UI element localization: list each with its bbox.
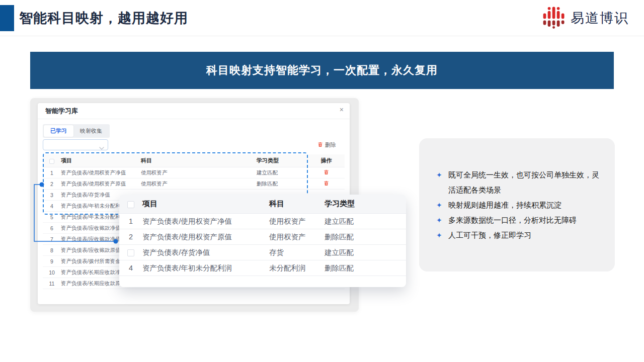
popup-row: 2 资产负债表/使用权资产原值 使用权资产 删除匹配 bbox=[119, 229, 406, 245]
trash-icon[interactable] bbox=[324, 180, 329, 187]
logo-text: 易道博识 bbox=[571, 9, 629, 27]
table-header-row: 项目 科目 学习类型 操作 bbox=[43, 154, 345, 167]
chevron-down-icon bbox=[99, 143, 104, 152]
close-icon[interactable]: × bbox=[340, 106, 344, 113]
divider bbox=[38, 119, 350, 119]
popup-row: 4 资产负债表/年初未分配利润 未分配利润 删除匹配 bbox=[119, 260, 406, 276]
company-logo: 易道博识 bbox=[542, 5, 629, 31]
col-type: 学习类型 bbox=[325, 199, 406, 209]
logo-icon bbox=[542, 6, 566, 31]
star-icon: ✦ bbox=[436, 228, 448, 243]
col-action: 操作 bbox=[308, 157, 345, 164]
popup-header-row: 项目 科目 学习类型 bbox=[119, 195, 406, 214]
col-item: 项目 bbox=[142, 199, 269, 209]
trash-icon bbox=[317, 142, 323, 148]
zoomed-table-popup: 项目 科目 学习类型 1 资产负债表/使用权资产净值 使用权资产 建立匹配 2 … bbox=[119, 195, 406, 287]
page-title: 智能科目映射，越用越好用 bbox=[19, 0, 188, 36]
table-row: 2 资产负债表/使用权资产原值 使用权资产 删除匹配 bbox=[43, 178, 345, 190]
star-icon: ✦ bbox=[436, 213, 448, 228]
title-accent-block bbox=[0, 5, 14, 31]
dialog-tabbar: 已学习 映射收集 bbox=[43, 124, 110, 138]
trash-icon[interactable] bbox=[324, 169, 329, 176]
feature-bullet: ✦ 多来源数据统一口径，分析对比无障碍 bbox=[436, 213, 601, 228]
feature-panel: ✦ 既可全局统一生效，也可按公司单独生效，灵活适配各类场景 ✦ 映射规则越用越准… bbox=[419, 138, 615, 272]
col-item: 项目 bbox=[61, 157, 141, 164]
dialog-title: 智能学习库 bbox=[45, 107, 78, 116]
page: 智能科目映射，越用越好用 bbox=[0, 0, 644, 362]
delete-label: 删除 bbox=[325, 141, 336, 149]
row-checkbox[interactable] bbox=[127, 249, 134, 256]
filter-select[interactable] bbox=[43, 139, 108, 150]
star-icon: ✦ bbox=[436, 167, 448, 183]
feature-bullet: ✦ 人工可干预，修正即学习 bbox=[436, 228, 601, 243]
tab-mapping-collect[interactable]: 映射收集 bbox=[73, 125, 109, 137]
popup-row: 资产负债表/存货净值 存货 建立匹配 bbox=[119, 245, 406, 260]
col-type: 学习类型 bbox=[257, 157, 308, 164]
tab-learned[interactable]: 已学习 bbox=[44, 125, 73, 137]
feature-bullet: ✦ 映射规则越用越准，持续积累沉淀 bbox=[436, 198, 601, 213]
delete-button[interactable]: 删除 bbox=[317, 141, 336, 149]
col-subject: 科目 bbox=[269, 199, 325, 209]
select-all-checkbox[interactable] bbox=[127, 201, 134, 208]
page-header: 智能科目映射，越用越好用 bbox=[0, 0, 644, 36]
table-row: 1 资产负债表/使用权资产净值 使用权资产 建立匹配 bbox=[43, 167, 345, 178]
feature-bullet: ✦ 既可全局统一生效，也可按公司单独生效，灵活适配各类场景 bbox=[436, 167, 601, 198]
select-all-checkbox[interactable] bbox=[49, 159, 54, 164]
popup-row: 1 资产负债表/使用权资产净值 使用权资产 建立匹配 bbox=[119, 214, 406, 229]
banner-text: 科目映射支持智能学习，一次配置，永久复用 bbox=[206, 63, 438, 78]
col-subject: 科目 bbox=[141, 157, 257, 164]
section-banner: 科目映射支持智能学习，一次配置，永久复用 bbox=[30, 52, 614, 89]
star-icon: ✦ bbox=[436, 198, 448, 213]
